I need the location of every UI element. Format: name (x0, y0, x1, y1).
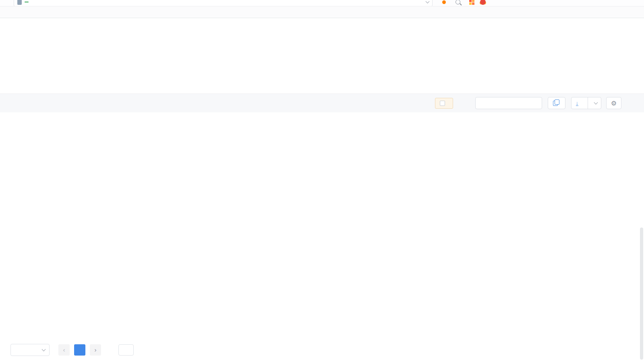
trend-chart (0, 18, 644, 79)
prev-page-button[interactable]: ‹ (58, 344, 70, 356)
pagination-bar: ‹ › (0, 337, 644, 362)
next-page-button[interactable]: › (90, 344, 101, 356)
extensions-icon[interactable] (480, 0, 486, 5)
view-index-checkbox[interactable] (435, 98, 453, 109)
bookmarks-bar (0, 6, 644, 18)
site-icon (17, 0, 22, 5)
download-icon: ↓ (576, 101, 579, 106)
data-table-panel: ↓ ⚙ (0, 93, 644, 337)
browser-search-box[interactable] (442, 0, 448, 4)
url-dropdown-icon[interactable] (426, 0, 430, 3)
settings-gear-button[interactable]: ⚙ (606, 97, 621, 109)
url-bar[interactable] (14, 0, 433, 6)
search-provider-icon (442, 0, 446, 4)
goto-page-input[interactable] (118, 344, 134, 356)
apps-grid-icon[interactable] (469, 0, 474, 5)
search-input[interactable] (482, 100, 547, 106)
table-header-row (0, 112, 644, 133)
search-icon[interactable] (456, 0, 460, 4)
site-badge (25, 2, 29, 2)
checkbox-icon[interactable] (440, 101, 445, 106)
browser-toolbar (0, 0, 644, 6)
chevron-down-icon (42, 347, 46, 351)
table-body (0, 133, 644, 337)
gear-icon: ⚙ (611, 99, 617, 107)
divider (588, 97, 588, 109)
copy-button[interactable] (548, 97, 565, 109)
page-number-button[interactable] (74, 344, 85, 356)
table-toolbar: ↓ ⚙ (0, 94, 644, 112)
page-size-select[interactable] (10, 344, 50, 356)
export-csv-button[interactable]: ↓ (571, 97, 602, 109)
vertical-scrollbar[interactable] (640, 228, 643, 360)
export-dropdown-icon[interactable] (590, 97, 601, 109)
copy-icon (553, 101, 558, 106)
trend-chart-area (0, 18, 644, 79)
table-search (475, 97, 542, 109)
